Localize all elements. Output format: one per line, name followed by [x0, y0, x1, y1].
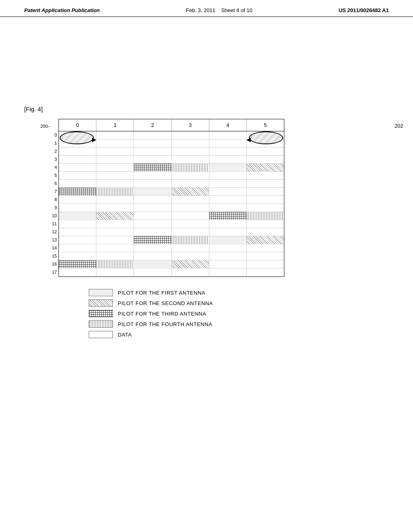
row-label-4: 4 [40, 163, 58, 171]
grid-cell-r2-c0 [59, 148, 96, 155]
grid-cell-r0-c2 [134, 131, 171, 139]
grid-cell-r13-c4 [209, 236, 247, 244]
legend-box-0 [89, 289, 113, 296]
grid-cell-r2-c5 [247, 148, 284, 155]
grid-wrapper: 200– 01234567891011121314151617 012345 ▶… [40, 119, 389, 277]
row-label-1: 1 [40, 139, 58, 147]
grid-cell-r17-c4 [209, 268, 247, 276]
grid-cell-r10-c0 [59, 212, 96, 220]
row-labels: 200– 01234567891011121314151617 [40, 131, 58, 277]
legend-box-1 [89, 299, 113, 307]
grid-cell-r11-c2 [134, 220, 171, 228]
row-label-0: 0 [40, 131, 58, 139]
grid-cell-r9-c2 [134, 204, 171, 212]
row-label-17: 17 [40, 268, 58, 276]
grid-row-17 [59, 268, 284, 276]
col-header-0: 0 [59, 119, 96, 131]
grid-cell-r13-c0 [59, 236, 96, 244]
row-label-6: 6 [40, 179, 58, 187]
col-header-5: 5 [247, 119, 284, 131]
ellipse-left [60, 131, 94, 144]
grid-rows [59, 131, 284, 276]
grid-cell-r4-c4 [209, 164, 247, 171]
grid-cell-r6-c1 [96, 180, 134, 187]
grid-cell-r12-c2 [134, 228, 171, 236]
grid-row-14 [59, 244, 284, 252]
grid-cell-r14-c5 [247, 244, 284, 252]
grid-cell-r17-c0 [59, 268, 96, 276]
patent-number: US 2011/0026482 A1 [338, 7, 389, 13]
row-labels-container: 01234567891011121314151617 [40, 131, 58, 276]
row-label-9: 9 [40, 204, 58, 212]
legend-label-1: PILOT FOR THE SECOND ANTENNA [118, 300, 213, 306]
grid-cell-r6-c5 [247, 180, 284, 187]
grid-cell-r7-c3 [172, 188, 209, 195]
row-label-16: 16 [40, 260, 58, 268]
grid-cell-r7-c4 [209, 188, 247, 195]
page-content: [Fig. 4] 200– 01234567891011121314151617… [0, 17, 413, 357]
grid-cell-r10-c1 [96, 212, 134, 220]
grid-cell-r6-c4 [209, 180, 247, 187]
legend-item-3: PILOT FOR THE FOURTH ANTENNA [89, 320, 389, 328]
label-202: 202 [394, 123, 403, 129]
row-label-2: 2 [40, 147, 58, 155]
grid-cell-r8-c4 [209, 196, 247, 204]
grid-cell-r7-c2 [134, 188, 171, 195]
grid-cell-r14-c2 [134, 244, 171, 252]
grid-cell-r3-c4 [209, 156, 247, 163]
grid-cell-r17-c5 [247, 268, 284, 276]
grid-area-wrapper: 012345 ▶◀ 202 [58, 119, 389, 277]
grid-cell-r1-c2 [134, 139, 171, 147]
col-header-3: 3 [172, 119, 209, 131]
grid-cell-r4-c1 [96, 164, 134, 171]
arrow-left-2: ◀ [246, 136, 251, 143]
grid-cell-r12-c1 [96, 228, 134, 236]
grid-cell-r15-c2 [134, 252, 171, 260]
legend-label-4: DATA [118, 332, 132, 338]
grid-cell-r5-c3 [172, 172, 209, 179]
grid-cell-r17-c2 [134, 268, 171, 276]
grid-row-8 [59, 196, 284, 204]
grid-cell-r15-c1 [96, 252, 134, 260]
date: Feb. 3, 2011 [186, 7, 215, 13]
row-label-7: 7 [40, 187, 58, 195]
grid-cell-r13-c3 [172, 236, 209, 244]
grid-row-16 [59, 260, 284, 268]
row-label-13: 13 [40, 236, 58, 244]
grid-cell-r8-c2 [134, 196, 171, 204]
grid-cell-r16-c3 [172, 260, 209, 268]
grid-cell-r3-c2 [134, 156, 171, 163]
ellipse-right [249, 131, 283, 144]
grid-cell-r11-c5 [247, 220, 284, 228]
grid-cell-r7-c5 [247, 188, 284, 195]
grid-cell-r5-c2 [134, 172, 171, 179]
legend-item-1: PILOT FOR THE SECOND ANTENNA [89, 299, 389, 307]
legend-item-0: PILOT FOR THE FIRST ANTENNA [89, 289, 389, 296]
grid-cell-r2-c1 [96, 148, 134, 155]
grid-cell-r0-c3 [172, 131, 209, 139]
grid-cell-r15-c4 [209, 252, 247, 260]
legend-box-4 [89, 331, 113, 338]
grid-cell-r14-c3 [172, 244, 209, 252]
grid-row-7 [59, 188, 284, 196]
grid-cell-r8-c5 [247, 196, 284, 204]
grid-cell-r12-c0 [59, 228, 96, 236]
grid-cell-r2-c2 [134, 148, 171, 155]
legend-label-2: PILOT FOR THE THIRD ANTENNA [118, 311, 206, 317]
grid-cell-r1-c3 [172, 139, 209, 147]
row-label-15: 15 [40, 252, 58, 260]
page-header: Patent Application Publication Feb. 3, 2… [0, 0, 413, 17]
sheet-info: Sheet 4 of 10 [221, 7, 252, 13]
grid-cell-r15-c3 [172, 252, 209, 260]
row-label-14: 14 [40, 244, 58, 252]
grid-cell-r16-c4 [209, 260, 247, 268]
grid-cell-r9-c0 [59, 204, 96, 212]
grid-row-4 [59, 164, 284, 172]
grid-cell-r14-c0 [59, 244, 96, 252]
legend-item-2: PILOT FOR THE THIRD ANTENNA [89, 310, 389, 317]
grid-cell-r1-c1 [96, 139, 134, 147]
grid-cell-r12-c4 [209, 228, 247, 236]
row-label-11: 11 [40, 220, 58, 228]
row-label-8: 8 [40, 195, 58, 204]
publication-label: Patent Application Publication [24, 7, 100, 13]
